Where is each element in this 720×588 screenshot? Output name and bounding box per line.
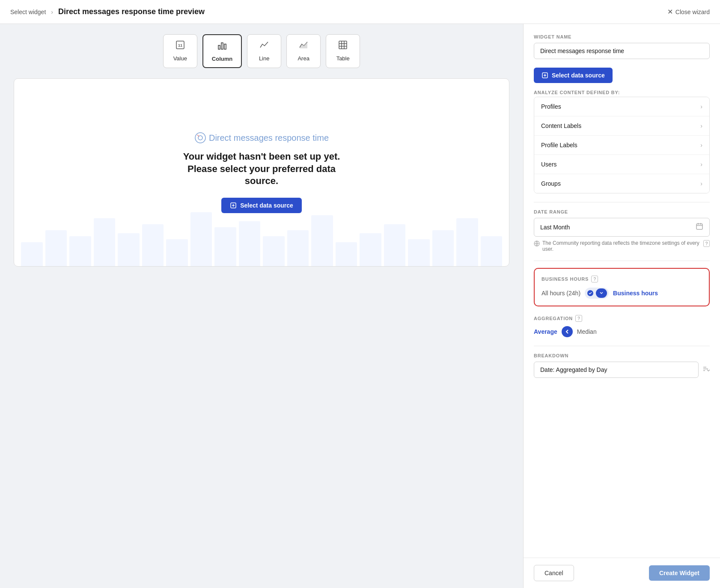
line-icon (259, 40, 269, 53)
divider-3 (534, 346, 710, 346)
widget-name-input[interactable] (534, 43, 710, 59)
bh-help-icon[interactable]: ? (591, 276, 598, 282)
close-icon: ✕ (667, 8, 673, 16)
analyze-label: ANALYZE CONTENT DEFINED BY: (534, 90, 710, 95)
preview-area: Direct messages response time Your widge… (14, 78, 509, 267)
breakdown-section: BREAKDOWN Date: Aggregated by Day (534, 353, 710, 378)
chart-type-selector: 11 Value Column (14, 34, 509, 68)
content-labels-label: Content Labels (541, 122, 581, 129)
users-label: Users (541, 161, 557, 168)
bh-toggle-row: All hours (24h) (541, 288, 702, 299)
column-label: Column (212, 56, 232, 62)
timezone-note: The Community reporting data reflects th… (534, 240, 710, 252)
preview-widget-label: Direct messages response time (209, 133, 329, 143)
date-range-value: Last Month (540, 224, 696, 231)
profile-labels-chevron: › (700, 142, 702, 148)
agg-toggle[interactable] (562, 326, 573, 337)
analyze-list: Profiles › Content Labels › Profile Labe… (534, 97, 710, 193)
analyze-item-profile-labels[interactable]: Profile Labels › (534, 136, 709, 155)
preview-select-datasource-button[interactable]: Select data source (221, 198, 302, 213)
chart-type-line[interactable]: Line (247, 34, 281, 68)
bh-all-hours-option[interactable]: All hours (24h) (541, 290, 580, 297)
select-datasource-button[interactable]: Select data source (534, 68, 613, 83)
main-layout: 11 Value Column (0, 24, 720, 588)
chart-type-table[interactable]: Table (326, 34, 360, 68)
value-label: Value (173, 55, 187, 62)
agg-average-option[interactable]: Average (534, 328, 557, 335)
date-range-section: DATE RANGE Last Month (534, 209, 710, 252)
bh-business-hours-option[interactable]: Business hours (613, 290, 658, 297)
breakdown-label: BREAKDOWN (534, 353, 710, 358)
calendar-icon[interactable] (696, 223, 703, 232)
groups-chevron: › (700, 180, 702, 187)
timezone-text: The Community reporting data reflects th… (542, 240, 701, 252)
profile-labels-label: Profile Labels (541, 142, 577, 148)
right-panel-footer: Cancel Create Widget (524, 558, 720, 588)
profiles-label: Profiles (541, 103, 561, 110)
timezone-icon (534, 241, 540, 248)
breakdown-select[interactable]: Date: Aggregated by Day (534, 362, 699, 378)
aggregation-section: AGGREGATION ? Average Median (534, 315, 710, 337)
line-label: Line (259, 55, 270, 62)
chart-type-column[interactable]: Column (202, 34, 242, 68)
profiles-chevron: › (700, 103, 702, 110)
agg-row: Average Median (534, 326, 710, 337)
breakdown-sort-icon[interactable] (702, 365, 710, 375)
aggregation-help-icon[interactable]: ? (575, 315, 582, 322)
page-title: Direct messages response time preview (58, 7, 205, 16)
breadcrumb-chevron: › (51, 9, 53, 15)
divider-1 (534, 202, 710, 202)
widget-name-label: WIDGET NAME (534, 34, 710, 39)
table-icon (338, 40, 348, 53)
svg-rect-3 (221, 43, 223, 49)
breadcrumb-link[interactable]: Select widget (10, 9, 46, 15)
svg-point-10 (195, 133, 205, 143)
chart-type-value[interactable]: 11 Value (163, 34, 197, 68)
bh-toggle[interactable] (585, 288, 609, 299)
right-panel-inner: WIDGET NAME Select data source ANALYZE C… (524, 24, 720, 558)
header-left: Select widget › Direct messages response… (10, 7, 205, 16)
chart-type-area[interactable]: Area (286, 34, 321, 68)
agg-median-option[interactable]: Median (577, 328, 597, 335)
date-range-label: DATE RANGE (534, 209, 710, 214)
close-label: Close wizard (675, 9, 710, 15)
analyze-item-profiles[interactable]: Profiles › (534, 97, 709, 116)
right-panel: WIDGET NAME Select data source ANALYZE C… (523, 24, 720, 588)
divider-2 (534, 261, 710, 261)
area-label: Area (298, 55, 309, 62)
preview-widget-icon: Direct messages response time (194, 132, 329, 144)
close-wizard-button[interactable]: ✕ Close wizard (667, 8, 710, 16)
svg-text:11: 11 (178, 43, 182, 48)
bh-label: BUSINESS HOURS (541, 276, 589, 282)
select-datasource-label: Select data source (552, 72, 605, 79)
header: Select widget › Direct messages response… (0, 0, 720, 24)
preview-btn-label: Select data source (240, 202, 293, 209)
analyze-item-groups[interactable]: Groups › (534, 174, 709, 193)
area-icon (298, 40, 309, 53)
breakdown-select-wrap: Date: Aggregated by Day (534, 362, 710, 378)
table-label: Table (336, 55, 350, 62)
value-icon: 11 (175, 40, 185, 53)
svg-rect-2 (218, 45, 220, 49)
column-icon (217, 40, 227, 53)
business-hours-section: BUSINESS HOURS ? All hours (24h) (534, 268, 710, 306)
bh-header: BUSINESS HOURS ? (541, 276, 702, 282)
background-bars (14, 206, 509, 266)
aggregation-label: AGGREGATION (534, 316, 573, 321)
date-range-input-wrap[interactable]: Last Month (534, 218, 710, 237)
svg-rect-4 (224, 44, 226, 49)
analyze-item-content-labels[interactable]: Content Labels › (534, 116, 709, 136)
create-widget-button[interactable]: Create Widget (649, 565, 710, 581)
cancel-button[interactable]: Cancel (534, 565, 574, 581)
preview-content: Direct messages response time Your widge… (183, 132, 340, 213)
preview-heading: Your widget hasn't been set up yet.Pleas… (183, 151, 340, 187)
analyze-item-users[interactable]: Users › (534, 155, 709, 174)
timezone-help-icon[interactable]: ? (703, 240, 710, 247)
left-panel: 11 Value Column (0, 24, 523, 588)
svg-rect-18 (696, 224, 702, 229)
groups-label: Groups (541, 180, 561, 187)
svg-rect-5 (339, 41, 347, 49)
content-labels-chevron: › (700, 122, 702, 129)
analyze-section: ANALYZE CONTENT DEFINED BY: Profiles › C… (534, 90, 710, 193)
users-chevron: › (700, 161, 702, 168)
